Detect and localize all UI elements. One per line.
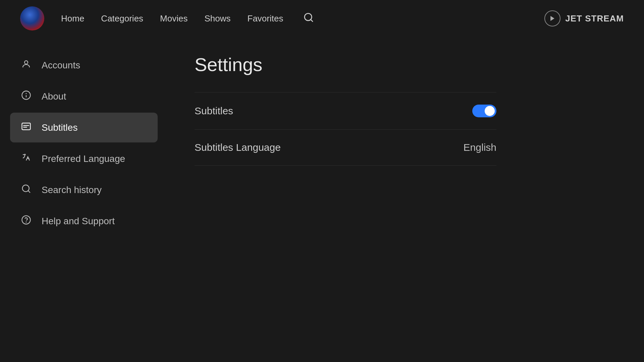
- sidebar-item-search-history[interactable]: Search history: [10, 175, 158, 205]
- settings-title: Settings: [195, 54, 617, 75]
- nav-home[interactable]: Home: [61, 13, 84, 24]
- brand-play-icon: [544, 10, 560, 26]
- toggle-thumb: [485, 106, 495, 116]
- subtitles-language-value: English: [464, 142, 496, 153]
- subtitles-toggle[interactable]: [472, 105, 496, 117]
- subtitles-language-label: Subtitles Language: [195, 142, 281, 153]
- sidebar-item-help-support[interactable]: Help and Support: [10, 206, 158, 236]
- brand-logo: JET STREAM: [544, 10, 624, 26]
- nav-movies[interactable]: Movies: [160, 13, 187, 24]
- settings-list: Subtitles Subtitles Language English: [195, 92, 496, 166]
- subtitles-icon: [20, 121, 32, 134]
- sidebar-item-about[interactable]: About: [10, 81, 158, 111]
- svg-line-1: [311, 19, 313, 21]
- subtitles-label: Subtitles: [195, 105, 233, 117]
- search-history-icon: [20, 184, 32, 196]
- svg-point-3: [24, 61, 28, 64]
- nav-shows[interactable]: Shows: [204, 13, 230, 24]
- sidebar-label-help-support: Help and Support: [42, 216, 115, 227]
- user-avatar[interactable]: [20, 6, 44, 31]
- main-nav: Home Categories Movies Shows Favorites: [61, 12, 544, 25]
- settings-row-subtitles-language[interactable]: Subtitles Language English: [195, 130, 496, 166]
- settings-content: Settings Subtitles Subtitles Language En…: [168, 37, 644, 362]
- translate-icon: [20, 153, 32, 165]
- sidebar-label-subtitles: Subtitles: [42, 122, 77, 133]
- header: Home Categories Movies Shows Favorites J…: [0, 0, 644, 37]
- help-icon: [20, 215, 32, 227]
- sidebar-label-accounts: Accounts: [42, 60, 80, 71]
- sidebar-item-preferred-language[interactable]: Preferred Language: [10, 144, 158, 174]
- nav-categories[interactable]: Categories: [101, 13, 143, 24]
- sidebar-label-search-history: Search history: [42, 185, 102, 195]
- info-icon: [20, 90, 32, 103]
- sidebar-item-accounts[interactable]: Accounts: [10, 50, 158, 80]
- sidebar-item-subtitles[interactable]: Subtitles: [10, 113, 158, 142]
- svg-point-12: [22, 216, 31, 224]
- person-icon: [20, 59, 32, 71]
- sidebar: Accounts About Subtitles: [0, 37, 168, 362]
- svg-line-11: [28, 191, 30, 192]
- nav-favorites[interactable]: Favorites: [248, 13, 283, 24]
- search-button[interactable]: [303, 12, 314, 25]
- settings-row-subtitles: Subtitles: [195, 92, 496, 130]
- main-layout: Accounts About Subtitles: [0, 37, 644, 362]
- svg-marker-2: [550, 16, 554, 21]
- brand-name: JET STREAM: [565, 13, 624, 24]
- toggle-track: [472, 105, 496, 117]
- sidebar-label-preferred-language: Preferred Language: [42, 154, 125, 164]
- sidebar-label-about: About: [42, 91, 66, 102]
- svg-rect-7: [22, 123, 31, 130]
